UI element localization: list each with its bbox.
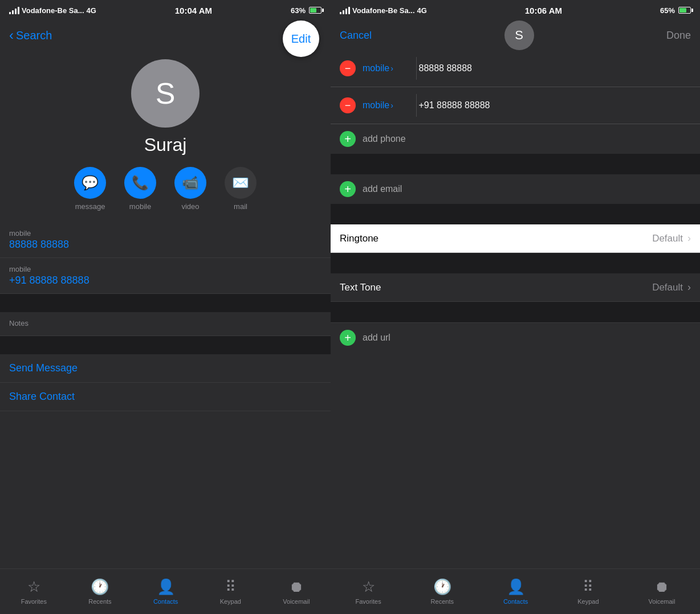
tab-contacts-right[interactable]: 👤 Contacts <box>503 578 528 605</box>
tab-favorites-left[interactable]: ☆ Favorites <box>21 578 47 605</box>
ringtone-value: Default <box>652 233 683 244</box>
left-panel: Vodafone-Be Sa... 4G 10:04 AM 63% ‹ Sear… <box>0 0 331 614</box>
avatar-initial-left: S <box>156 76 176 110</box>
phone-number-1: 88888 88888 <box>419 63 691 73</box>
back-search-button[interactable]: ‹ Search <box>9 27 52 43</box>
notes-label: Notes <box>9 319 321 328</box>
add-email-button[interactable]: + <box>340 181 356 197</box>
favorites-label-left: Favorites <box>21 598 47 605</box>
nav-bar-left: ‹ Search <box>0 21 331 50</box>
right-panel: Vodafone-Be Sa... 4G 10:06 AM 65% Cancel… <box>331 0 700 614</box>
chevron-right-icon-1: › <box>390 64 393 73</box>
section-gap-1 <box>331 154 700 174</box>
status-bar-right: Vodafone-Be Sa... 4G 10:06 AM 65% <box>331 0 700 21</box>
phone-edit-row-1[interactable]: − mobile › 88888 88888 <box>331 50 700 87</box>
tab-voicemail-left[interactable]: ⏺ Voicemail <box>283 578 310 605</box>
ringtone-section: Ringtone Default › <box>331 224 700 253</box>
send-message-row[interactable]: Send Message <box>0 354 331 383</box>
chevron-right-icon-2: › <box>390 101 393 110</box>
remove-phone-1-button[interactable]: − <box>340 60 356 76</box>
add-phone-button[interactable]: + <box>340 131 356 147</box>
phone-label-2: mobile <box>9 265 321 273</box>
tab-contacts-left[interactable]: 👤 Contacts <box>153 578 178 605</box>
status-bar-left: Vodafone-Be Sa... 4G 10:04 AM 63% <box>0 0 331 21</box>
message-action[interactable]: 💬 message <box>74 167 106 211</box>
remove-phone-2-button[interactable]: − <box>340 97 356 113</box>
ringtone-label: Ringtone <box>340 233 652 244</box>
nav-bar-right: Cancel S Done <box>331 21 700 50</box>
send-message-label: Send Message <box>9 362 78 374</box>
favorites-icon: ☆ <box>27 578 40 596</box>
recents-icon-right: 🕐 <box>433 578 451 596</box>
tab-keypad-left[interactable]: ⠿ Keypad <box>220 578 241 605</box>
add-url-label: add url <box>363 333 691 343</box>
keypad-icon: ⠿ <box>225 578 236 596</box>
chevron-left-icon: ‹ <box>9 27 14 43</box>
add-url-row[interactable]: + add url <box>331 322 700 353</box>
done-button: Done <box>666 30 691 42</box>
contacts-icon: 👤 <box>157 578 175 596</box>
phone-edit-group: − mobile › 88888 88888 − mobile › +91 88… <box>331 50 700 154</box>
ringtone-chevron-icon: › <box>687 232 691 244</box>
section-divider-2 <box>0 336 331 354</box>
voicemail-icon: ⏺ <box>289 578 304 596</box>
signal-icon <box>9 7 19 14</box>
tab-recents-right[interactable]: 🕐 Recents <box>431 578 454 605</box>
phone-row-1[interactable]: mobile 88888 88888 <box>0 222 331 258</box>
section-gap-2 <box>331 204 700 224</box>
contact-header: S Suraj 💬 message 📞 mobile 📹 video ✉️ ma… <box>0 50 331 222</box>
phone-value-2: +91 88888 88888 <box>9 275 321 286</box>
battery-icon-right <box>678 7 691 14</box>
text-tone-section: Text Tone Default › <box>331 273 700 302</box>
network-type-left: 4G <box>87 6 96 15</box>
edit-section: − mobile › 88888 88888 − mobile › +91 88… <box>331 50 700 568</box>
text-tone-chevron-icon: › <box>687 281 691 293</box>
share-contact-label: Share Contact <box>9 391 75 402</box>
section-gap-4 <box>331 302 700 322</box>
voicemail-label-right: Voicemail <box>648 598 675 605</box>
carrier-right: Vodafone-Be Sa... <box>352 6 415 15</box>
phone-row-2[interactable]: mobile +91 88888 88888 <box>0 258 331 294</box>
tab-favorites-right[interactable]: ☆ Favorites <box>355 578 381 605</box>
add-phone-row[interactable]: + add phone <box>331 124 700 154</box>
battery-percent-left: 63% <box>291 6 306 15</box>
mobile-label-2: mobile <box>363 100 389 110</box>
action-buttons: 💬 message 📞 mobile 📹 video ✉️ mail <box>74 167 257 211</box>
recents-icon: 🕐 <box>91 578 109 596</box>
video-action[interactable]: 📹 video <box>174 167 206 211</box>
ringtone-row[interactable]: Ringtone Default › <box>331 224 700 253</box>
tab-keypad-right[interactable]: ⠿ Keypad <box>577 578 599 605</box>
share-contact-row[interactable]: Share Contact <box>0 383 331 411</box>
tab-bar-right: ☆ Favorites 🕐 Recents 👤 Contacts ⠿ Keypa… <box>331 568 700 614</box>
add-url-button[interactable]: + <box>340 330 356 346</box>
text-tone-row[interactable]: Text Tone Default › <box>331 273 700 302</box>
add-email-row[interactable]: + add email <box>331 174 700 204</box>
phone-edit-row-2[interactable]: − mobile › +91 88888 88888 <box>331 87 700 124</box>
mobile-label-1: mobile <box>363 63 389 73</box>
signal-icon-right <box>340 7 350 14</box>
avatar-left: S <box>131 59 200 128</box>
keypad-icon-right: ⠿ <box>583 578 593 596</box>
video-label: video <box>181 202 199 211</box>
add-phone-label: add phone <box>363 134 691 144</box>
message-label: message <box>75 202 105 211</box>
notes-row: Notes <box>0 312 331 336</box>
tab-voicemail-right[interactable]: ⏺ Voicemail <box>648 578 675 605</box>
tab-recents-left[interactable]: 🕐 Recents <box>88 578 111 605</box>
contacts-label-right: Contacts <box>503 598 528 605</box>
text-tone-value: Default <box>652 282 683 293</box>
voicemail-label-left: Voicemail <box>283 598 310 605</box>
message-icon: 💬 <box>74 167 106 199</box>
add-email-label: add email <box>363 184 691 194</box>
recents-label-left: Recents <box>88 598 111 605</box>
favorites-icon-right: ☆ <box>362 578 375 596</box>
time-right: 10:06 AM <box>525 6 562 15</box>
voicemail-icon-right: ⏺ <box>654 578 669 596</box>
mobile-action[interactable]: 📞 mobile <box>124 167 156 211</box>
section-gap-3 <box>331 253 700 273</box>
contacts-icon-right: 👤 <box>507 578 525 596</box>
phone-number-2: +91 88888 88888 <box>419 100 691 110</box>
cancel-button[interactable]: Cancel <box>340 30 372 42</box>
mail-action[interactable]: ✉️ mail <box>225 167 257 211</box>
edit-button[interactable]: Edit <box>283 21 319 57</box>
